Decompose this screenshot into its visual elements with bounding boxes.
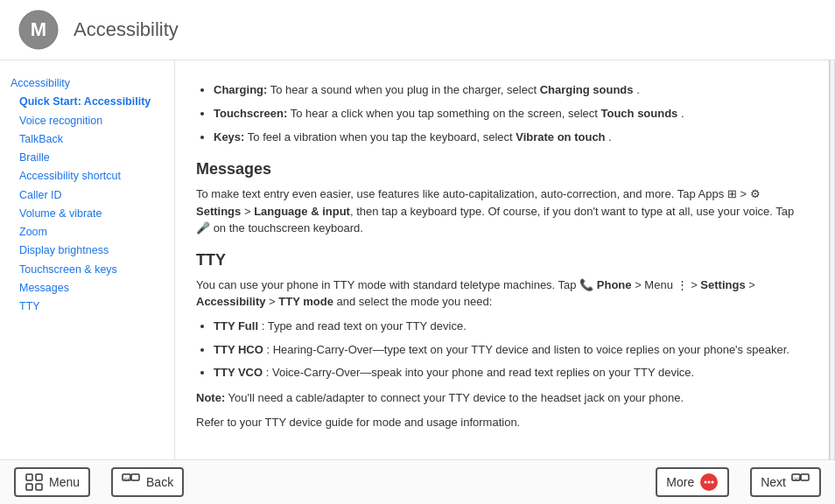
tty-vco-text: : Voice-Carry-Over—speak into your phone… — [266, 366, 694, 379]
svg-point-11 — [708, 481, 711, 484]
menu-grid-icon — [25, 472, 44, 492]
tty-full-label: TTY Full — [214, 319, 258, 332]
charging-text: To hear a sound when you plug in the cha… — [270, 83, 540, 96]
more-label: More — [666, 475, 694, 489]
touch-sounds-link: Touch sounds — [600, 107, 677, 120]
messages-title: Messages — [196, 160, 808, 178]
tty-hco-label: TTY HCO — [214, 343, 263, 356]
content-area: Charging: To hear a sound when you plug … — [175, 60, 830, 459]
apps-icon: ⊞ — [727, 186, 737, 203]
header: M Accessibility — [0, 0, 835, 60]
charging-period: . — [636, 83, 640, 96]
keys-label: Keys: — [214, 130, 244, 144]
tty-modes-list: TTY Full : Type and read text on your TT… — [210, 318, 808, 382]
svg-rect-8 — [131, 474, 139, 480]
more-icon — [699, 472, 719, 492]
tty-phone-label: Phone > Menu — [597, 278, 677, 291]
charging-label: Charging: — [214, 83, 267, 96]
note-label: Note: — [196, 391, 225, 404]
tty-full-text: : Type and read text on your TTY device. — [262, 319, 467, 332]
tty-hco: TTY HCO : Hearing-Carry-Over—type text o… — [214, 341, 808, 360]
tty-vco: TTY VCO : Voice-Carry-Over—speak into yo… — [214, 364, 808, 382]
sidebar-item-quickstart[interactable]: Quick Start: Accessibility — [19, 93, 164, 111]
back-icon: << — [122, 472, 141, 492]
settings-icon: ⚙ — [750, 186, 761, 203]
sidebar: Accessibility Quick Start: Accessibility… — [0, 60, 175, 459]
next-button[interactable]: Next >> — [750, 467, 821, 497]
keys-period: . — [608, 130, 612, 144]
sidebar-item-tty[interactable]: TTY — [19, 298, 164, 316]
svg-rect-5 — [36, 484, 42, 490]
next-icon: >> — [791, 472, 810, 492]
tty-refer: Refer to your TTY device guide for mode … — [196, 414, 808, 431]
menu-button[interactable]: Menu — [14, 467, 90, 497]
sidebar-item-touchscreen[interactable]: Touchscreen & keys — [19, 261, 164, 279]
messages-text2: > — [740, 187, 749, 200]
sidebar-item-display[interactable]: Display brightness — [19, 242, 164, 260]
messages-text4: on the touchscreen keyboard. — [214, 221, 363, 234]
tty-title: TTY — [196, 251, 808, 270]
sidebar-item-messages[interactable]: Messages — [19, 279, 164, 298]
svg-rect-4 — [26, 484, 32, 490]
sidebar-item-volume[interactable]: Volume & vibrate — [19, 205, 164, 223]
touchscreen-label: Touchscreen: — [214, 107, 287, 120]
sidebar-item-accessibility[interactable]: Accessibility — [11, 74, 164, 93]
keys-text: To feel a vibration when you tap the key… — [248, 130, 516, 144]
motorola-logo: M — [18, 9, 60, 51]
menu-label: Menu — [49, 475, 80, 489]
back-label: Back — [146, 475, 173, 489]
vertical-divider — [830, 60, 835, 459]
tty-intro: You can use your phone in TTY mode with … — [196, 278, 579, 291]
top-bullets: Charging: To hear a sound when you plug … — [210, 81, 808, 146]
tty-paragraph: You can use your phone in TTY mode with … — [196, 276, 808, 311]
sidebar-item-voice[interactable]: Voice recognition — [19, 112, 164, 130]
svg-rect-2 — [26, 474, 32, 480]
charging-sounds-link: Charging sounds — [540, 83, 634, 96]
bullet-touchscreen: Touchscreen: To hear a click when you ta… — [214, 105, 808, 123]
next-label: Next — [761, 475, 786, 489]
vibrate-on-touch-link: Vibrate on touch — [516, 130, 605, 144]
more-button[interactable]: More — [656, 467, 729, 497]
svg-text:M: M — [31, 18, 46, 40]
messages-text3: Settings > Language & input, then tap a … — [196, 205, 794, 218]
mic-icon: 🎤 — [196, 220, 210, 237]
bullet-keys: Keys: To feel a vibration when you tap t… — [214, 129, 808, 147]
touchscreen-period: . — [681, 107, 684, 120]
bullet-charging: Charging: To hear a sound when you plug … — [214, 81, 808, 100]
footer-right: More Next >> — [656, 467, 821, 497]
touchscreen-text: To hear a click when you tap something o… — [291, 107, 601, 120]
svg-point-10 — [705, 481, 707, 484]
sidebar-item-callerid[interactable]: Caller ID — [19, 186, 164, 205]
svg-text:>>: >> — [794, 476, 801, 482]
messages-paragraph: To make text entry even easier, use feat… — [196, 186, 808, 237]
messages-text1: To make text entry even easier, use feat… — [196, 187, 727, 200]
footer: Menu << Back More — [0, 459, 835, 504]
back-button[interactable]: << Back — [111, 467, 184, 497]
tty-vco-label: TTY VCO — [214, 366, 263, 379]
svg-text:<<: << — [124, 476, 131, 482]
note-text: You'll need a cable/adapter to connect y… — [228, 391, 684, 404]
svg-point-12 — [712, 481, 714, 484]
sidebar-item-braille[interactable]: Braille — [19, 149, 164, 167]
menu-dots-icon: ⋮ — [677, 276, 688, 294]
svg-rect-14 — [801, 474, 809, 480]
svg-rect-3 — [36, 474, 42, 480]
sidebar-item-talkback[interactable]: TalkBack — [19, 130, 164, 149]
sidebar-item-zoom[interactable]: Zoom — [19, 223, 164, 242]
tty-full: TTY Full : Type and read text on your TT… — [214, 318, 808, 336]
footer-left: Menu << Back — [14, 467, 184, 497]
tty-hco-text: : Hearing-Carry-Over—type text on your T… — [266, 343, 789, 356]
main-layout: Accessibility Quick Start: Accessibility… — [0, 60, 835, 459]
phone-icon: 📞 — [579, 276, 593, 294]
refer-text: Refer to your TTY device guide for mode … — [196, 416, 520, 429]
sidebar-item-shortcut[interactable]: Accessibility shortcut — [19, 167, 164, 186]
page-title: Accessibility — [74, 18, 179, 41]
tty-note: Note: You'll need a cable/adapter to con… — [196, 389, 808, 407]
